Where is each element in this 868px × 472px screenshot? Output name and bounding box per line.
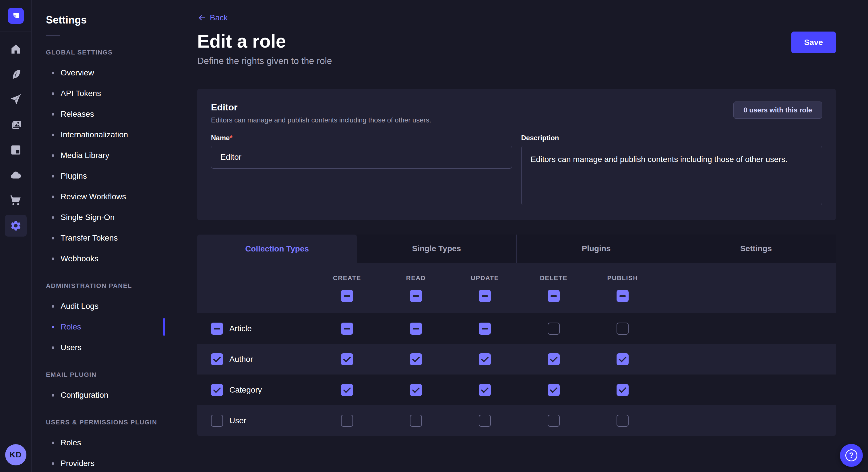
checkbox-user-read[interactable] bbox=[410, 415, 422, 427]
checkbox-select-all-publish[interactable] bbox=[617, 290, 629, 302]
checkbox-category-publish[interactable] bbox=[617, 384, 629, 396]
tab-settings[interactable]: Settings bbox=[676, 235, 836, 263]
sidebar-item-webhooks[interactable]: Webhooks bbox=[46, 248, 165, 269]
tab-plugins[interactable]: Plugins bbox=[517, 235, 676, 263]
permission-row-article: Article bbox=[197, 313, 836, 344]
checkbox-article-update[interactable] bbox=[479, 323, 491, 335]
role-card-titles: Editor Editors can manage and publish co… bbox=[211, 102, 431, 125]
back-link[interactable]: Back bbox=[197, 13, 228, 22]
perm-cell-category-create bbox=[313, 384, 381, 396]
description-textarea[interactable]: Editors can manage and publish contents … bbox=[521, 146, 823, 205]
row-label-author: Author bbox=[229, 355, 253, 364]
sidebar-item-label: Roles bbox=[61, 322, 81, 332]
perm-cell-author-read bbox=[381, 353, 451, 365]
sidebar-item-label: Audit Logs bbox=[61, 302, 98, 311]
perm-cell-author-delete bbox=[519, 353, 588, 365]
checkbox-category[interactable] bbox=[211, 384, 223, 396]
feather-rail-button[interactable] bbox=[5, 63, 27, 85]
cart-rail-button[interactable] bbox=[5, 190, 27, 211]
sidebar-item-audit-logs[interactable]: Audit Logs bbox=[46, 296, 165, 316]
sidebar-item-label: Transfer Tokens bbox=[61, 233, 118, 243]
bullet-icon bbox=[52, 462, 54, 465]
checkbox-user[interactable] bbox=[211, 415, 223, 427]
checkbox-category-delete[interactable] bbox=[548, 384, 560, 396]
paper-plane-rail-button[interactable] bbox=[5, 89, 27, 110]
cart-icon bbox=[10, 194, 22, 206]
checkbox-select-all-read[interactable] bbox=[410, 290, 422, 302]
sidebar-item-label: Overview bbox=[61, 68, 94, 77]
checkbox-article[interactable] bbox=[211, 323, 223, 335]
gear-rail-button[interactable] bbox=[5, 215, 27, 237]
perm-cell-article-create bbox=[313, 323, 381, 335]
bullet-icon bbox=[52, 113, 54, 115]
checkbox-user-update[interactable] bbox=[479, 415, 491, 427]
media-library-rail-button[interactable] bbox=[5, 114, 27, 136]
tab-single-types[interactable]: Single Types bbox=[357, 235, 516, 263]
row-label-user: User bbox=[229, 416, 246, 425]
perm-header-col-delete: Delete bbox=[519, 274, 588, 302]
sidebar-title-divider bbox=[46, 35, 60, 36]
media-library-icon bbox=[10, 119, 22, 131]
name-input[interactable] bbox=[211, 146, 512, 169]
checkbox-author-read[interactable] bbox=[410, 353, 422, 365]
layout-rail-button[interactable] bbox=[5, 139, 27, 161]
bullet-icon bbox=[52, 442, 54, 444]
sidebar-item-internationalization[interactable]: Internationalization bbox=[46, 125, 165, 145]
role-description-text: Editors can manage and publish contents … bbox=[211, 116, 431, 125]
bullet-icon bbox=[52, 237, 54, 239]
strapi-logo-icon[interactable] bbox=[8, 8, 24, 24]
checkbox-category-update[interactable] bbox=[479, 384, 491, 396]
checkbox-category-read[interactable] bbox=[410, 384, 422, 396]
rail-nav bbox=[0, 32, 31, 237]
checkbox-author-delete[interactable] bbox=[548, 353, 560, 365]
workspace-logo-cell bbox=[0, 0, 31, 32]
sidebar-item-users[interactable]: Users bbox=[46, 337, 165, 358]
perm-header-col-update: Update bbox=[451, 274, 519, 302]
checkbox-article-create[interactable] bbox=[341, 323, 353, 335]
sidebar-item-overview[interactable]: Overview bbox=[46, 63, 165, 83]
sidebar-item-review-workflows[interactable]: Review Workflows bbox=[46, 187, 165, 207]
sidebar-item-providers[interactable]: Providers bbox=[46, 453, 165, 472]
checkbox-select-all-update[interactable] bbox=[479, 290, 491, 302]
sidebar-item-plugins[interactable]: Plugins bbox=[46, 166, 165, 187]
tab-collection-types[interactable]: Collection Types bbox=[197, 235, 357, 263]
sidebar-section-list-global-settings: OverviewAPI TokensReleasesInternationali… bbox=[46, 63, 165, 269]
help-button[interactable]: ? bbox=[840, 444, 863, 467]
sidebar-item-media-library[interactable]: Media Library bbox=[46, 145, 165, 166]
checkbox-user-publish[interactable] bbox=[617, 415, 629, 427]
save-button[interactable]: Save bbox=[792, 32, 836, 53]
sidebar-item-roles[interactable]: Roles bbox=[46, 432, 165, 453]
checkbox-author[interactable] bbox=[211, 353, 223, 365]
checkbox-article-read[interactable] bbox=[410, 323, 422, 335]
sidebar-item-single-sign-on[interactable]: Single Sign-On bbox=[46, 207, 165, 228]
sidebar-item-releases[interactable]: Releases bbox=[46, 104, 165, 125]
avatar[interactable]: KD bbox=[5, 444, 26, 465]
checkbox-user-delete[interactable] bbox=[548, 415, 560, 427]
feather-icon bbox=[10, 68, 22, 80]
page-title: Edit a role bbox=[197, 30, 836, 52]
sidebar-item-roles[interactable]: Roles bbox=[46, 316, 165, 337]
perm-cell-user-delete bbox=[519, 415, 588, 427]
checkbox-user-create[interactable] bbox=[341, 415, 353, 427]
checkbox-article-delete[interactable] bbox=[548, 323, 560, 335]
home-rail-button[interactable] bbox=[5, 38, 27, 60]
checkbox-article-publish[interactable] bbox=[617, 323, 629, 335]
checkbox-author-update[interactable] bbox=[479, 353, 491, 365]
bullet-icon bbox=[52, 216, 54, 219]
cloud-rail-button[interactable] bbox=[5, 164, 27, 186]
permissions-panel: CreateReadUpdateDeletePublish ArticleAut… bbox=[197, 263, 836, 436]
sidebar-item-configuration[interactable]: Configuration bbox=[46, 385, 165, 405]
bullet-icon bbox=[52, 258, 54, 260]
checkbox-author-create[interactable] bbox=[341, 353, 353, 365]
checkbox-select-all-delete[interactable] bbox=[548, 290, 560, 302]
row-label-category: Category bbox=[229, 385, 262, 395]
checkbox-select-all-create[interactable] bbox=[341, 290, 353, 302]
description-field-label: Description bbox=[521, 134, 823, 142]
sidebar-item-transfer-tokens[interactable]: Transfer Tokens bbox=[46, 228, 165, 248]
checkbox-author-publish[interactable] bbox=[617, 353, 629, 365]
perm-cell-article-update bbox=[451, 323, 519, 335]
sidebar-item-api-tokens[interactable]: API Tokens bbox=[46, 83, 165, 104]
checkbox-category-create[interactable] bbox=[341, 384, 353, 396]
sidebar-item-label: Review Workflows bbox=[61, 192, 126, 201]
perm-header-col-create: Create bbox=[313, 274, 381, 302]
